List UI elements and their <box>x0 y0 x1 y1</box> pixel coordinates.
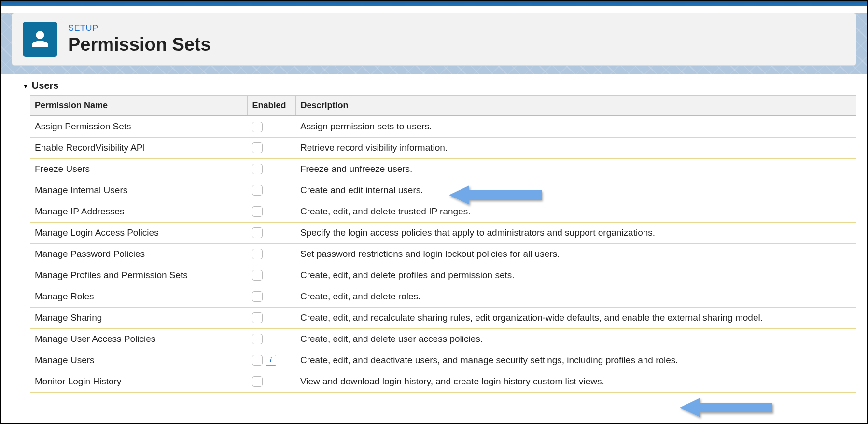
column-header-name: Permission Name <box>30 96 247 116</box>
permission-enabled-cell <box>247 158 295 180</box>
permission-enabled-cell <box>247 371 295 392</box>
enabled-checkbox[interactable] <box>252 164 263 174</box>
column-header-description: Description <box>295 96 856 116</box>
table-row: Manage SharingCreate, edit, and recalcul… <box>30 307 856 328</box>
table-row: Assign Permission SetsAssign permission … <box>30 116 856 137</box>
enabled-checkbox[interactable] <box>252 249 263 259</box>
permission-name: Manage IP Addresses <box>30 201 247 222</box>
table-row: Manage IP AddressesCreate, edit, and del… <box>30 201 856 222</box>
permission-name: Manage Password Policies <box>30 243 247 265</box>
column-header-enabled: Enabled <box>247 96 295 116</box>
user-icon <box>23 22 57 57</box>
table-row: Manage Profiles and Permission SetsCreat… <box>30 265 856 286</box>
permission-name: Manage Users <box>30 350 247 371</box>
table-row: Freeze UsersFreeze and unfreeze users. <box>30 158 856 180</box>
permission-name: Manage Sharing <box>30 307 247 328</box>
table-row: Monitor Login HistoryView and download l… <box>30 371 856 392</box>
enabled-checkbox[interactable] <box>252 291 263 302</box>
permission-description: Create and edit internal users. <box>295 180 856 201</box>
permission-name: Manage Login Access Policies <box>30 222 247 243</box>
permission-enabled-cell <box>247 116 295 137</box>
permission-name: Freeze Users <box>30 158 247 180</box>
permission-enabled-cell <box>247 137 295 158</box>
permission-description: Retrieve record visibility information. <box>295 137 856 158</box>
permission-enabled-cell <box>247 328 295 350</box>
page-title: Permission Sets <box>68 34 211 55</box>
permission-name: Enable RecordVisibility API <box>30 137 247 158</box>
permission-enabled-cell: i <box>247 350 295 371</box>
enabled-checkbox[interactable] <box>252 206 263 217</box>
permission-name: Manage User Access Policies <box>30 328 247 350</box>
chevron-down-icon: ▼ <box>22 82 29 90</box>
table-row: Manage Internal UsersCreate and edit int… <box>30 180 856 201</box>
enabled-checkbox[interactable] <box>252 227 263 238</box>
permissions-table: Permission Name Enabled Description Assi… <box>30 95 856 393</box>
permission-name: Manage Roles <box>30 286 247 307</box>
permission-description: Create, edit, and delete user access pol… <box>295 328 856 350</box>
table-row: Enable RecordVisibility APIRetrieve reco… <box>30 137 856 158</box>
permission-enabled-cell <box>247 265 295 286</box>
permission-name: Assign Permission Sets <box>30 116 247 137</box>
permission-description: Create, edit, and delete profiles and pe… <box>295 265 856 286</box>
permission-description: Set password restrictions and login lock… <box>295 243 856 265</box>
permission-description: Assign permission sets to users. <box>295 116 856 137</box>
permission-description: Specify the login access policies that a… <box>295 222 856 243</box>
permission-description: Create, edit, and recalculate sharing ru… <box>295 307 856 328</box>
enabled-checkbox[interactable] <box>252 334 263 344</box>
table-row: Manage User Access PoliciesCreate, edit,… <box>30 328 856 350</box>
permission-description: View and download login history, and cre… <box>295 371 856 392</box>
enabled-checkbox[interactable] <box>252 376 263 387</box>
section-title: Users <box>32 80 59 91</box>
table-row: Manage UsersiCreate, edit, and deactivat… <box>30 350 856 371</box>
annotation-arrow <box>676 397 777 421</box>
permission-enabled-cell <box>247 180 295 201</box>
permission-description: Create, edit, and delete roles. <box>295 286 856 307</box>
enabled-checkbox[interactable] <box>252 355 263 366</box>
permission-description: Freeze and unfreeze users. <box>295 158 856 180</box>
permission-enabled-cell <box>247 201 295 222</box>
permission-name: Manage Internal Users <box>30 180 247 201</box>
table-row: Manage Login Access PoliciesSpecify the … <box>30 222 856 243</box>
table-row: Manage RolesCreate, edit, and delete rol… <box>30 286 856 307</box>
enabled-checkbox[interactable] <box>252 270 263 281</box>
page-eyebrow: SETUP <box>68 23 211 33</box>
enabled-checkbox[interactable] <box>252 142 263 153</box>
enabled-checkbox[interactable] <box>252 312 263 323</box>
permission-description: Create, edit, and delete trusted IP rang… <box>295 201 856 222</box>
enabled-checkbox[interactable] <box>252 122 263 132</box>
info-icon[interactable]: i <box>266 355 276 366</box>
permission-description: Create, edit, and deactivate users, and … <box>295 350 856 371</box>
permission-enabled-cell <box>247 286 295 307</box>
enabled-checkbox[interactable] <box>252 185 263 196</box>
header-region: SETUP Permission Sets <box>1 13 867 74</box>
permission-name: Monitor Login History <box>30 371 247 392</box>
page-header-card: SETUP Permission Sets <box>12 13 856 66</box>
permission-enabled-cell <box>247 243 295 265</box>
permission-enabled-cell <box>247 307 295 328</box>
permission-enabled-cell <box>247 222 295 243</box>
table-row: Manage Password PoliciesSet password res… <box>30 243 856 265</box>
permission-name: Manage Profiles and Permission Sets <box>30 265 247 286</box>
section-toggle-users[interactable]: ▼ Users <box>12 77 856 95</box>
window-title-bar <box>1 1 867 6</box>
